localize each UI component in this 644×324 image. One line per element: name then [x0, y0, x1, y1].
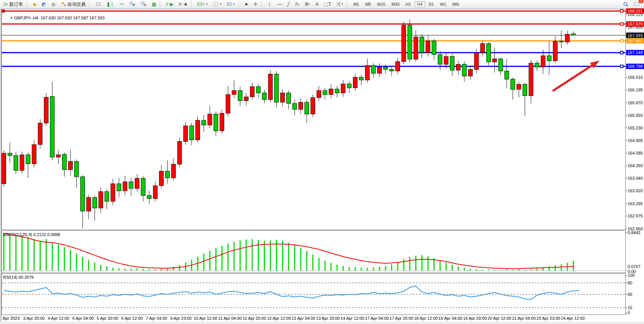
- chart-area[interactable]: 168.125167.805166.515166.195165.870165.5…: [0, 8, 644, 324]
- candle-chart-button[interactable]: ❚❘: [104, 0, 116, 8]
- autotrading-label: 自动交易: [67, 1, 86, 8]
- svg-text:4 Apr 12:00: 4 Apr 12:00: [48, 316, 69, 321]
- timeframe-button-h1[interactable]: H1: [403, 1, 414, 7]
- community-button[interactable]: ◩: [40, 0, 48, 8]
- cursor-button[interactable]: ➤: [242, 0, 250, 8]
- zoom-out-button[interactable]: 🔍−: [138, 0, 149, 8]
- new-order-label: 新订单: [9, 1, 23, 8]
- svg-text:165.550: 165.550: [628, 113, 643, 118]
- svg-text:167.879: 167.879: [628, 22, 643, 26]
- chart-title[interactable]: ▼GBPJPY-,H4 167.630 167.692 167.587 167.…: [3, 11, 105, 25]
- autotrading-icon: ▼●: [61, 1, 66, 8]
- svg-text:3 Apr 20:00: 3 Apr 20:00: [23, 316, 45, 321]
- line-chart-button[interactable]: 〜: [117, 0, 126, 8]
- mt4-window: 🗋+ 新订单 ◆ ◩ ◍ ▼● 自动交易 ⌶⌶ ❚❘ 〜 🔍+ 🔍− ▦ ⊩▶ …: [0, 0, 644, 324]
- svg-text:13 Apr 04:00: 13 Apr 04:00: [292, 316, 315, 321]
- zoom-in-button[interactable]: 🔍+: [127, 0, 138, 8]
- periods-button[interactable]: 🕐▾: [210, 0, 224, 8]
- macd-indicator-label: MACD(12,26,9) 0.2122 0.0898: [3, 232, 60, 237]
- svg-text:0: 0: [628, 310, 630, 315]
- svg-text:19 Apr 04:00: 19 Apr 04:00: [438, 316, 462, 321]
- svg-text:9 Apr 23:00: 9 Apr 23:00: [170, 316, 191, 321]
- svg-text:24 Apr 12:00: 24 Apr 12:00: [561, 316, 585, 321]
- timeframe-button-w1[interactable]: W1: [437, 1, 449, 7]
- svg-text:163.940: 163.940: [628, 176, 643, 180]
- svg-text:163.295: 163.295: [628, 201, 643, 206]
- separator: [261, 1, 263, 7]
- timeframe-button-m1[interactable]: M1: [351, 1, 362, 7]
- svg-text:164.905: 164.905: [628, 138, 643, 143]
- timeframe-button-m15[interactable]: M15: [375, 1, 388, 7]
- svg-text:11 Apr 20:00: 11 Apr 20:00: [243, 316, 266, 321]
- svg-text:13 Apr 20:00: 13 Apr 20:00: [316, 316, 340, 321]
- symbol-timeframe: GBPJPY-,H4: [14, 16, 38, 20]
- trendline-tool-button[interactable]: ╱: [285, 0, 292, 8]
- svg-text:167.149: 167.149: [628, 50, 643, 55]
- svg-text:164.585: 164.585: [628, 151, 643, 155]
- vline-tool-button[interactable]: ｜: [265, 0, 274, 8]
- templates-button[interactable]: 🗠▾: [225, 0, 237, 8]
- window-left-border: [0, 8, 2, 322]
- svg-text:100: 100: [628, 273, 634, 278]
- svg-text:14 Apr 12:00: 14 Apr 12:00: [341, 316, 364, 321]
- channel-icon: ⫽E: [295, 1, 299, 7]
- svg-text:12 Apr 12:00: 12 Apr 12:00: [267, 316, 291, 321]
- timeframe-button-m30[interactable]: M30: [389, 1, 402, 7]
- svg-text:17 Apr 20:00: 17 Apr 20:00: [389, 316, 413, 321]
- notifications-button[interactable]: 1: [631, 0, 642, 8]
- timeframe-button-mn[interactable]: MN: [450, 1, 461, 7]
- timeframe-button-m5[interactable]: M5: [363, 1, 374, 7]
- svg-text:163.620: 163.620: [628, 188, 643, 193]
- timeframe-toolbar: M1M5M15M30H1H4D1W1MN: [350, 1, 462, 7]
- crosshair-icon: ✛: [253, 2, 257, 7]
- indicators-button[interactable]: 🗠+▾: [195, 0, 210, 8]
- text-tool-button[interactable]: A: [313, 0, 321, 8]
- chat-bubble-icon: [634, 2, 639, 7]
- vline-icon: ｜: [267, 2, 272, 7]
- rsi-indicator-label: RSI(14) 60.2076: [3, 275, 34, 279]
- svg-text:164.260: 164.260: [628, 163, 643, 168]
- label-tool-button[interactable]: ⬚T: [322, 0, 333, 8]
- new-order-button[interactable]: 🗋+ 新订单: [0, 0, 25, 8]
- channel-tool-button[interactable]: ⫽E: [293, 0, 301, 8]
- auto-scroll-button[interactable]: ⊩▶: [164, 0, 176, 8]
- svg-text:7 Apr 04:00: 7 Apr 04:00: [146, 316, 167, 321]
- svg-text:11 Apr 04:00: 11 Apr 04:00: [218, 316, 242, 321]
- zoom-in-icon: 🔍+: [129, 1, 135, 7]
- chart-shift-icon: ⊩◄: [179, 2, 187, 7]
- svg-text:0.0767: 0.0767: [628, 264, 641, 269]
- notification-badge: 1: [639, 0, 644, 3]
- svg-text:18 Apr 12:00: 18 Apr 12:00: [414, 316, 438, 321]
- arrows-icon: ⤮: [336, 2, 340, 7]
- separator: [89, 1, 92, 7]
- signals-button[interactable]: ◍: [49, 0, 57, 8]
- text-icon: A: [316, 2, 319, 7]
- timeframe-button-d1[interactable]: D1: [426, 1, 437, 7]
- search-icon: [623, 2, 628, 7]
- symbol-dropdown-icon: ▼: [10, 16, 13, 20]
- cursor-icon: ➤: [244, 2, 248, 7]
- chart-canvas[interactable]: 168.125167.805166.515166.195165.870165.5…: [0, 8, 644, 324]
- window-bottom-strip: [0, 322, 644, 324]
- editor-button[interactable]: ◆: [30, 0, 38, 8]
- auto-scroll-icon: ⊩▶: [166, 2, 174, 7]
- chart-shift-button[interactable]: ⊩◄: [177, 0, 190, 8]
- tile-windows-button[interactable]: ▦: [150, 0, 158, 8]
- search-button[interactable]: [621, 0, 631, 8]
- separator: [160, 1, 162, 7]
- autotrading-button[interactable]: ▼● 自动交易: [58, 0, 88, 8]
- hline-tool-button[interactable]: —: [275, 0, 284, 8]
- zoom-out-icon: 🔍−: [140, 1, 147, 7]
- shapes-tool-button[interactable]: ⤮▾: [334, 0, 346, 8]
- toolbar: 🗋+ 新订单 ◆ ◩ ◍ ▼● 自动交易 ⌶⌶ ❚❘ 〜 🔍+ 🔍− ▦ ⊩▶ …: [0, 0, 644, 9]
- svg-text:23 Apr 23:00: 23 Apr 23:00: [537, 316, 560, 321]
- fibonacci-tool-button[interactable]: ≣F: [302, 0, 312, 8]
- bar-chart-button[interactable]: ⌶⌶: [93, 0, 103, 8]
- trendline-icon: ╱: [287, 2, 290, 7]
- candle-chart-icon: ❚❘: [106, 2, 114, 7]
- tile-windows-icon: ▦: [152, 2, 156, 7]
- timeframe-button-h4[interactable]: H4: [414, 1, 425, 7]
- fibonacci-icon: ≣F: [304, 1, 310, 7]
- crosshair-button[interactable]: ✛: [251, 0, 260, 8]
- separator: [347, 1, 349, 7]
